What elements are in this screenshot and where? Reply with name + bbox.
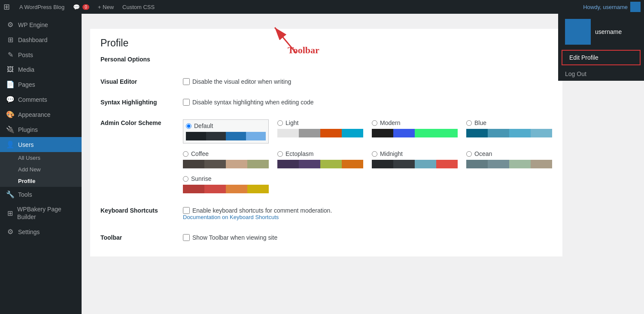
sidebar-item-dashboard[interactable]: ⊞ Dashboard	[0, 32, 82, 47]
color-swatch	[436, 129, 458, 137]
submenu-all-users[interactable]: All Users	[0, 152, 82, 164]
site-name[interactable]: A WordPress Blog	[15, 4, 69, 10]
howdy-link[interactable]: Howdy, username	[583, 4, 628, 10]
color-scheme-light[interactable]: Light	[277, 119, 363, 143]
color-scheme-name-ocean: Ocean	[474, 150, 492, 157]
color-scheme-label-coffee[interactable]: Coffee	[183, 150, 269, 157]
user-dropdown: username Edit Profile Log Out	[558, 14, 644, 81]
settings-icon: ⚙	[6, 228, 15, 236]
visual-editor-checkbox-label[interactable]: Disable the visual editor when writing	[183, 78, 552, 85]
color-scheme-sunrise[interactable]: Sunrise	[183, 175, 269, 193]
color-scheme-midnight[interactable]: Midnight	[372, 150, 458, 168]
new-content-link[interactable]: + New	[94, 4, 118, 10]
color-scheme-radio-coffee[interactable]	[183, 151, 188, 157]
color-swatch	[299, 129, 320, 137]
sidebar-item-media[interactable]: 🖼 Media	[0, 62, 82, 77]
color-scheme-default[interactable]: Default	[183, 119, 269, 143]
color-scheme-label-midnight[interactable]: Midnight	[372, 150, 458, 157]
syntax-highlighting-row: Syntax Highlighting Disable syntax highl…	[100, 92, 552, 113]
color-swatch	[509, 129, 531, 137]
comment-icon: 💬	[73, 4, 80, 10]
keyboard-shortcuts-checkbox[interactable]	[183, 207, 190, 214]
user-avatar-small[interactable]	[630, 2, 641, 12]
sidebar-item-wp-engine[interactable]: ⚙ WP Engine	[0, 17, 82, 32]
color-scheme-coffee[interactable]: Coffee	[183, 150, 269, 168]
color-swatch	[247, 160, 269, 168]
sidebar-item-posts[interactable]: ✎ Posts	[0, 47, 82, 62]
visual-editor-checkbox[interactable]	[183, 78, 190, 85]
color-scheme-label-blue[interactable]: Blue	[466, 119, 552, 126]
color-swatches-light	[277, 129, 363, 137]
color-swatches-modern	[372, 129, 458, 137]
keyboard-shortcuts-checkbox-label[interactable]: Enable keyboard shortcuts for comment mo…	[183, 207, 552, 214]
color-swatch	[277, 160, 299, 168]
color-scheme-name-midnight: Midnight	[380, 150, 403, 157]
color-scheme-radio-midnight[interactable]	[372, 151, 377, 157]
color-swatch	[342, 160, 363, 168]
color-scheme-name-sunrise: Sunrise	[191, 175, 211, 182]
color-swatch	[415, 160, 436, 168]
color-scheme-radio-blue[interactable]	[466, 120, 472, 126]
color-swatch	[488, 160, 509, 168]
color-scheme-blue[interactable]: Blue	[466, 119, 552, 143]
toolbar-cell: Show Toolbar when viewing site	[183, 227, 552, 248]
color-scheme-radio-ocean[interactable]	[466, 151, 472, 157]
toolbar-checkbox-label[interactable]: Show Toolbar when viewing site	[183, 234, 552, 241]
submenu-add-new[interactable]: Add New	[0, 164, 82, 175]
log-out-link[interactable]: Log Out	[558, 67, 644, 81]
appearance-icon: 🎨	[6, 110, 15, 119]
color-swatch	[372, 129, 393, 137]
toolbar-row: Toolbar Show Toolbar when viewing site	[100, 227, 552, 248]
color-scheme-radio-sunrise[interactable]	[183, 176, 188, 182]
color-scheme-name-blue: Blue	[474, 119, 486, 126]
color-scheme-radio-ectoplasm[interactable]	[277, 151, 283, 157]
dropdown-username: username	[595, 28, 622, 35]
sidebar-item-label: Appearance	[18, 111, 51, 118]
wpbakery-icon: ⊞	[6, 209, 14, 217]
edit-profile-button[interactable]: Edit Profile	[562, 50, 641, 65]
toolbar-label: Toolbar	[100, 227, 183, 248]
color-scheme-ocean[interactable]: Ocean	[466, 150, 552, 168]
keyboard-shortcuts-doc-link[interactable]: Documentation on Keyboard Shortcuts	[183, 214, 279, 220]
wp-logo-icon[interactable]: ⊞	[3, 2, 10, 12]
color-scheme-radio-modern[interactable]	[372, 120, 377, 126]
color-swatch	[204, 185, 226, 193]
syntax-highlighting-checkbox-label[interactable]: Disable syntax highlighting when editing…	[183, 99, 552, 106]
custom-css-link[interactable]: Custom CSS	[118, 4, 159, 10]
color-swatch	[277, 129, 299, 137]
keyboard-shortcuts-label: Keyboard Shortcuts	[100, 200, 183, 227]
sidebar-item-tools[interactable]: 🔧 Tools	[0, 187, 82, 202]
color-scheme-label-modern[interactable]: Modern	[372, 119, 458, 126]
submenu-profile[interactable]: Profile	[0, 175, 82, 187]
color-scheme-label-ectoplasm[interactable]: Ectoplasm	[277, 150, 363, 157]
sidebar-item-wpbakery[interactable]: ⊞ WPBakery Page Builder	[0, 202, 82, 224]
sidebar-item-settings[interactable]: ⚙ Settings	[0, 224, 82, 239]
color-scheme-label-ocean[interactable]: Ocean	[466, 150, 552, 157]
sidebar-item-users[interactable]: 👤 Users ◀	[0, 137, 82, 152]
color-scheme-ectoplasm[interactable]: Ectoplasm	[277, 150, 363, 168]
color-scheme-radio-default[interactable]	[186, 123, 191, 129]
color-scheme-label-default[interactable]: Default	[186, 122, 266, 129]
comments-link[interactable]: 💬 0	[69, 4, 94, 10]
color-swatch	[531, 129, 552, 137]
color-swatch	[247, 185, 269, 193]
color-scheme-modern[interactable]: Modern	[372, 119, 458, 143]
users-icon: 👤	[6, 140, 15, 149]
sidebar-item-comments[interactable]: 💬 Comments	[0, 92, 82, 107]
color-scheme-radio-light[interactable]	[277, 120, 283, 126]
color-swatch	[320, 160, 342, 168]
syntax-highlighting-checkbox[interactable]	[183, 99, 190, 106]
sidebar-item-label: Dashboard	[18, 37, 48, 43]
color-swatch	[466, 160, 488, 168]
pages-icon: 📄	[6, 80, 15, 88]
color-scheme-label-light[interactable]: Light	[277, 119, 363, 126]
visual-editor-cell: Disable the visual editor when writing	[183, 71, 552, 92]
sidebar-item-appearance[interactable]: 🎨 Appearance	[0, 107, 82, 122]
sidebar-item-plugins[interactable]: 🔌 Plugins	[0, 122, 82, 137]
color-scheme-label-sunrise[interactable]: Sunrise	[183, 175, 269, 182]
toolbar-checkbox[interactable]	[183, 234, 190, 241]
keyboard-shortcuts-cell: Enable keyboard shortcuts for comment mo…	[183, 200, 552, 227]
color-swatch	[531, 160, 552, 168]
keyboard-shortcuts-checkbox-text: Enable keyboard shortcuts for comment mo…	[192, 207, 332, 214]
sidebar-item-pages[interactable]: 📄 Pages	[0, 77, 82, 92]
